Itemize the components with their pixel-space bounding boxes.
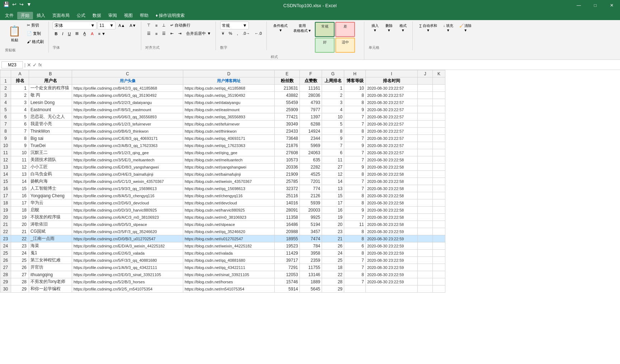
- menu-help[interactable]: 帮助: [136, 12, 152, 19]
- cell[interactable]: 2020-08-30 23:22:57: [366, 142, 418, 149]
- cell[interactable]: [433, 199, 445, 207]
- cell[interactable]: [433, 171, 445, 178]
- align-bottom-button[interactable]: ⊥: [160, 22, 167, 29]
- cell[interactable]: 8: [344, 192, 366, 199]
- cell[interactable]: https://blog.csdn.net/weixin_44225182: [183, 242, 275, 250]
- cell[interactable]: https://blog.csdn.net/dataiyangu: [183, 99, 275, 106]
- align-left-button[interactable]: ☰: [145, 30, 152, 37]
- cell[interactable]: 2020-08-30 23:22:58: [366, 156, 418, 164]
- cell[interactable]: [418, 207, 433, 214]
- cell[interactable]: [433, 178, 445, 185]
- indent-decrease-button[interactable]: ⇤: [169, 30, 175, 37]
- row-number[interactable]: 22: [0, 228, 11, 235]
- cell[interactable]: 11: [322, 156, 344, 164]
- row-number[interactable]: 19: [0, 207, 11, 214]
- cell[interactable]: https://blog.csdn.net/baimafujinji: [183, 171, 275, 178]
- cell[interactable]: 77421: [275, 113, 300, 120]
- cell[interactable]: 4793: [300, 99, 322, 106]
- cell[interactable]: 和你一起学编程: [29, 285, 72, 293]
- cell[interactable]: 18955: [275, 235, 300, 242]
- cell[interactable]: 29: [11, 285, 29, 293]
- align-middle-button[interactable]: ≡: [153, 22, 159, 29]
- cell[interactable]: 粉丝数: [275, 77, 300, 85]
- cell[interactable]: https://blog.csdn.net/qq_15698613: [183, 185, 275, 192]
- cell[interactable]: 11: [11, 156, 29, 164]
- cell[interactable]: 2020-08-30 23:22:59: [366, 278, 418, 285]
- cell[interactable]: 2020-08-30 23:22:59: [366, 264, 418, 271]
- cell[interactable]: [344, 285, 366, 293]
- cell[interactable]: 2020-08-30 23:22:57: [366, 85, 418, 92]
- cell[interactable]: [433, 164, 445, 171]
- cell[interactable]: [433, 207, 445, 214]
- cell[interactable]: 9925: [300, 214, 322, 221]
- cell[interactable]: 213631: [275, 85, 300, 92]
- cell[interactable]: [433, 135, 445, 142]
- menu-home[interactable]: 开始: [17, 12, 33, 19]
- cell[interactable]: 7291: [275, 264, 300, 271]
- cell[interactable]: 25: [322, 257, 344, 264]
- cell[interactable]: 22: [11, 235, 29, 242]
- cell[interactable]: https://profile.csdnimg.cn/3/5/E/3_meitu…: [72, 156, 183, 164]
- cell[interactable]: 9: [344, 207, 366, 214]
- cell[interactable]: [433, 214, 445, 221]
- format-cells-button[interactable]: 格式▼: [397, 22, 410, 34]
- cell[interactable]: https://blog.csdn.net/horses: [183, 278, 275, 285]
- cell[interactable]: 26: [322, 242, 344, 250]
- cell[interactable]: https://blog.csdn.net/harvic880925: [183, 207, 275, 214]
- cell[interactable]: 2020-08-30 23:22:57: [366, 149, 418, 156]
- insert-cells-button[interactable]: 插入▼: [369, 22, 382, 34]
- cell[interactable]: 7: [344, 113, 366, 120]
- cell[interactable]: [418, 149, 433, 156]
- col-header-H[interactable]: H: [344, 70, 366, 77]
- cell[interactable]: [433, 156, 445, 164]
- conditional-format-button[interactable]: 条件格式▼: [271, 22, 290, 34]
- cell[interactable]: [433, 113, 445, 120]
- merge-center-button[interactable]: 合并后居中 ▼: [184, 30, 213, 37]
- cell[interactable]: 7: [344, 135, 366, 142]
- cell[interactable]: https://blog.csdn.net/qq_40693171: [183, 135, 275, 142]
- cell[interactable]: 7: [344, 156, 366, 164]
- cell[interactable]: 海菜: [29, 242, 72, 250]
- cell[interactable]: Yongqiang Cheng: [29, 192, 72, 199]
- cell[interactable]: [433, 77, 445, 85]
- col-header-A[interactable]: A: [11, 70, 29, 77]
- cell[interactable]: 39349: [275, 120, 300, 128]
- cell[interactable]: https://profile.csdnimg.cn/5/C/1/3_weixi…: [72, 178, 183, 185]
- fill-color-button[interactable]: A̲: [81, 30, 88, 37]
- undo-icon[interactable]: ↩: [11, 1, 18, 7]
- cell[interactable]: 2020-08-30 23:22:57: [366, 99, 418, 106]
- cell[interactable]: https://blog.csdn.net/u012702547: [183, 235, 275, 242]
- close-button[interactable]: ✕: [604, 0, 620, 11]
- cell[interactable]: [418, 99, 433, 106]
- cell[interactable]: 7474: [300, 235, 322, 242]
- percent-button[interactable]: %: [227, 30, 234, 37]
- row-number[interactable]: 8: [0, 128, 11, 135]
- style-bad[interactable]: 差: [335, 22, 355, 37]
- cell[interactable]: https://profile.csdnimg.cn/1/9/3/3_qq_15…: [72, 185, 183, 192]
- cell[interactable]: 2020-08-30 23:22:58: [366, 199, 418, 207]
- cell[interactable]: https://blog.csdn.net/sinat_33921105: [183, 271, 275, 278]
- quick-access-dropdown[interactable]: ▼: [25, 1, 33, 7]
- cell[interactable]: 美团技术团队: [29, 156, 72, 164]
- cell[interactable]: [366, 285, 418, 293]
- col-header-I[interactable]: I: [366, 70, 418, 77]
- cell[interactable]: 21876: [275, 142, 300, 149]
- cell[interactable]: [418, 250, 433, 257]
- cell[interactable]: 9: [344, 164, 366, 171]
- cell[interactable]: 5914: [275, 285, 300, 293]
- cell[interactable]: 25909: [275, 106, 300, 113]
- cell[interactable]: 3958: [300, 250, 322, 257]
- font-name-box[interactable]: ▼: [53, 22, 96, 29]
- cell[interactable]: 2344: [300, 135, 322, 142]
- cell[interactable]: 14924: [300, 128, 322, 135]
- cell[interactable]: [418, 128, 433, 135]
- cell[interactable]: [418, 171, 433, 178]
- cell-reference-input[interactable]: [1, 61, 23, 68]
- cell[interactable]: _江南一点雨: [29, 235, 72, 242]
- cell[interactable]: TrueDei: [29, 142, 72, 149]
- cell[interactable]: [418, 142, 433, 149]
- row-number[interactable]: 4: [0, 99, 11, 106]
- cell[interactable]: [433, 106, 445, 113]
- cell[interactable]: 21: [11, 228, 29, 235]
- cell[interactable]: 2020-08-30 23:22:59: [366, 257, 418, 264]
